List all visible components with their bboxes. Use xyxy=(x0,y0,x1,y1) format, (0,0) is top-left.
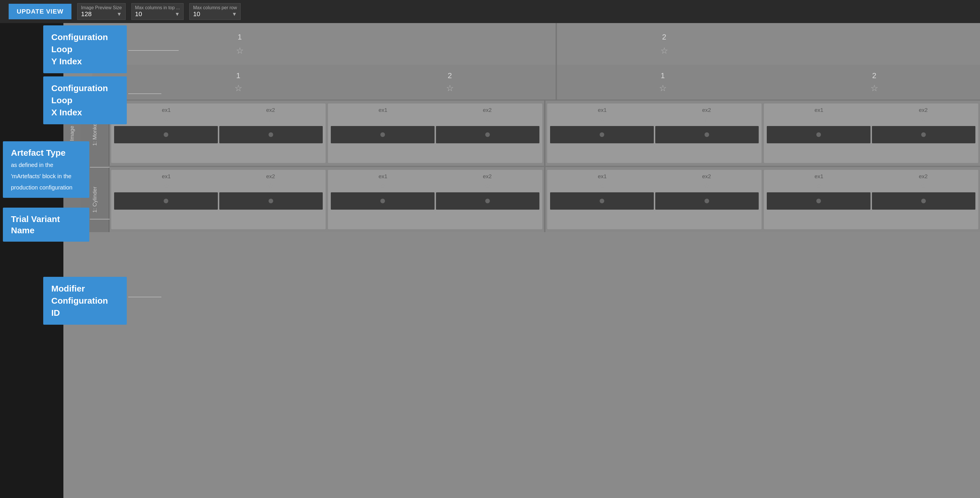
y-index-number: 2 xyxy=(662,33,666,42)
x-group-2: 1 ☆ 2 ☆ xyxy=(557,65,980,99)
star-icon[interactable]: ☆ xyxy=(267,116,274,124)
cell-group-1: ex1 ex2 ☆ ☆ xyxy=(110,101,546,166)
update-view-button[interactable]: UPDATE VIEW xyxy=(9,4,72,19)
cell-stars: ☆ ☆ xyxy=(767,116,975,124)
cell-label-ex1: ex1 xyxy=(598,173,607,180)
cell-label-ex2: ex2 xyxy=(919,173,928,180)
star-icon[interactable]: ☆ xyxy=(920,116,926,124)
cell-label-ex1: ex1 xyxy=(162,173,171,180)
x-index-number: 1 xyxy=(661,71,665,80)
image-dot xyxy=(380,132,385,137)
image-thumbnail xyxy=(872,192,976,210)
star-icon[interactable]: ☆ xyxy=(446,83,454,93)
star-icon[interactable]: ☆ xyxy=(484,182,490,190)
cell-images xyxy=(114,126,323,143)
star-icon[interactable]: ☆ xyxy=(816,182,822,190)
image-dot xyxy=(705,199,709,203)
x-cell-1-2: 2 ☆ xyxy=(344,71,555,93)
star-icon[interactable]: ☆ xyxy=(816,116,822,124)
variant-column-cylinder: 1: Cylinder xyxy=(81,167,110,232)
star-icon[interactable]: ☆ xyxy=(380,116,386,124)
star-icon[interactable]: ☆ xyxy=(163,182,169,190)
chevron-down-icon: ▼ xyxy=(117,11,122,17)
cell-group-3: ex1 ex2 ☆ ☆ xyxy=(110,167,546,232)
star-icon[interactable]: ☆ xyxy=(703,182,710,190)
x-cell-2-2: 2 ☆ xyxy=(768,71,980,93)
cell-labels: ex1 ex2 xyxy=(550,107,759,113)
cell-label-ex2: ex2 xyxy=(266,107,275,113)
star-icon[interactable]: ☆ xyxy=(235,83,242,93)
y-index-header: 1 ☆ 2 ☆ xyxy=(92,23,980,65)
star-icon[interactable]: ☆ xyxy=(163,116,169,124)
star-icon[interactable]: ☆ xyxy=(380,182,386,190)
x-cell-1-1: 1 ☆ xyxy=(132,71,344,93)
cell-stars: ☆ ☆ xyxy=(550,182,759,190)
max-columns-top-value: 10 ▼ xyxy=(135,10,180,18)
cell-stars: ☆ ☆ xyxy=(114,182,323,190)
star-icon[interactable]: ☆ xyxy=(870,83,878,93)
image-dot xyxy=(485,132,490,137)
star-icon[interactable]: ☆ xyxy=(484,116,490,124)
star-icon[interactable]: ☆ xyxy=(599,182,605,190)
image-thumbnail xyxy=(436,126,540,143)
star-icon[interactable]: ☆ xyxy=(599,116,605,124)
image-cell: ex1 ex2 ☆ ☆ xyxy=(328,170,542,229)
image-dot xyxy=(380,199,385,203)
data-row-monkey: Image 1: Monkey ex1 ex2 ☆ xyxy=(64,99,980,166)
cell-label-ex1: ex1 xyxy=(598,107,607,113)
x-index-number: 1 xyxy=(236,71,240,80)
cell-stars: ☆ ☆ xyxy=(767,182,975,190)
max-columns-top-label: Max columns in top ... xyxy=(135,5,180,10)
cell-label-ex1: ex1 xyxy=(379,173,388,180)
cell-images xyxy=(550,126,759,143)
cell-stars: ☆ ☆ xyxy=(550,116,759,124)
image-dot xyxy=(600,132,604,137)
max-columns-row-dropdown[interactable]: Max columns per row 10 ▼ xyxy=(189,3,240,20)
data-rows-area: Image 1: Monkey ex1 ex2 ☆ xyxy=(64,99,980,498)
chevron-down-icon: ▼ xyxy=(175,11,180,17)
max-columns-row-value: 10 ▼ xyxy=(193,10,237,18)
cell-label-ex1: ex1 xyxy=(379,107,388,113)
star-icon[interactable]: ☆ xyxy=(703,116,710,124)
x-index-header: 1 ☆ 2 ☆ 1 ☆ 2 ☆ xyxy=(92,65,980,99)
star-icon[interactable]: ☆ xyxy=(659,83,667,93)
cell-label-ex2: ex2 xyxy=(702,107,711,113)
main-layout: 1 ☆ 2 ☆ xyxy=(0,23,980,498)
image-dot xyxy=(269,132,273,137)
image-thumbnail xyxy=(114,192,218,210)
star-icon[interactable]: ☆ xyxy=(920,182,926,190)
image-cell: ex1 ex2 ☆ ☆ xyxy=(547,104,762,163)
image-cell: ex1 ex2 ☆ ☆ xyxy=(764,104,978,163)
grid-wrapper: 1 ☆ 2 ☆ xyxy=(64,23,980,498)
variant-label: 1: Cylinder xyxy=(92,187,98,213)
cell-label-ex2: ex2 xyxy=(266,173,275,180)
image-thumbnail xyxy=(655,126,759,143)
image-thumbnail xyxy=(767,126,870,143)
cell-label-ex2: ex2 xyxy=(702,173,711,180)
image-dot xyxy=(600,199,604,203)
image-dot xyxy=(164,199,168,203)
cells-area: ex1 ex2 ☆ ☆ xyxy=(110,101,980,166)
cell-labels: ex1 ex2 xyxy=(331,173,539,180)
x-header-spacer xyxy=(92,65,132,99)
image-thumbnail xyxy=(655,192,759,210)
image-cell: ex1 ex2 ☆ ☆ xyxy=(111,104,326,163)
max-columns-top-dropdown[interactable]: Max columns in top ... 10 ▼ xyxy=(131,3,184,20)
cell-labels: ex1 ex2 xyxy=(331,107,539,113)
image-preview-dropdown[interactable]: Image Preview Size 128 ▼ xyxy=(77,3,125,20)
data-row-cylinder: 1: Cylinder ex1 ex2 ☆ ☆ xyxy=(64,166,980,232)
cell-label-ex1: ex1 xyxy=(815,173,824,180)
image-dot xyxy=(816,132,821,137)
star-icon[interactable]: ☆ xyxy=(660,46,668,56)
image-cell: ex1 ex2 ☆ ☆ xyxy=(764,170,978,229)
cell-images xyxy=(550,192,759,210)
star-icon[interactable]: ☆ xyxy=(267,182,274,190)
cell-images xyxy=(331,192,539,210)
y-cell-1-1: 1 ☆ xyxy=(135,33,344,56)
cell-labels: ex1 ex2 xyxy=(114,107,323,113)
cell-label-ex2: ex2 xyxy=(483,173,492,180)
cell-labels: ex1 ex2 xyxy=(767,173,975,180)
image-thumbnail xyxy=(219,126,323,143)
x-group-1: 1 ☆ 2 ☆ xyxy=(132,65,557,99)
star-icon[interactable]: ☆ xyxy=(236,46,244,56)
